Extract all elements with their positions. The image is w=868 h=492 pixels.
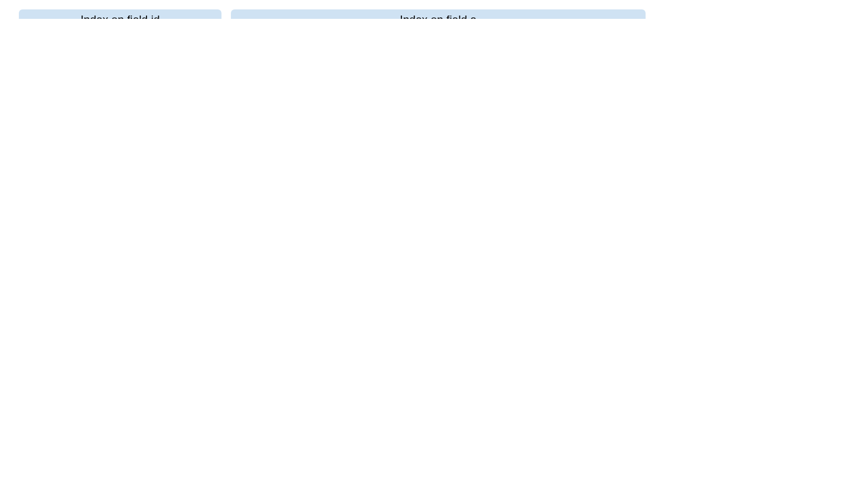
index-a-group: Index on field a [231, 9, 646, 19]
index-id-header: Index on field id [19, 9, 221, 19]
index-id-group: Index on field id [19, 9, 221, 19]
index-a-header: Index on field a [231, 9, 646, 19]
